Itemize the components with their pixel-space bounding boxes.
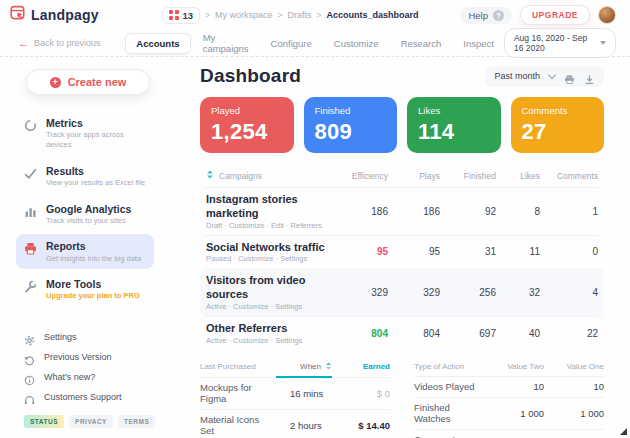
campaign-meta: Active · Customize · Settings	[206, 302, 328, 311]
download-icon[interactable]	[584, 71, 595, 82]
sort-icon[interactable]	[206, 170, 214, 181]
campaign-efficiency: 329	[328, 287, 388, 298]
tab-research[interactable]: Research	[391, 34, 452, 53]
logo[interactable]: Landpagy	[10, 5, 162, 25]
sidebar-item-title: Metrics	[46, 117, 146, 130]
purchase-when: 2 hours	[276, 420, 332, 431]
stat-card-comments[interactable]: Comments 27	[511, 97, 605, 153]
sidebar-item-subtitle: View your results as Excel file	[46, 178, 145, 188]
back-arrow-icon: ←	[18, 37, 29, 49]
breadcrumb-count-badge[interactable]: 13	[162, 7, 200, 24]
period-selector[interactable]: Past month	[494, 71, 540, 81]
sidebar-item-more-tools[interactable]: More Tools Upgrade your plan to PRO	[16, 272, 154, 307]
action-row[interactable]: Finished Watches 1 000 1 000	[414, 397, 604, 429]
nav-row: ← Back to previous Accounts My campaigns…	[0, 30, 630, 57]
sidebar-link-customers-support[interactable]: Customers Support	[16, 387, 154, 407]
create-new-button[interactable]: + Create new	[26, 69, 150, 95]
sidebar-item-title: More Tools	[46, 278, 140, 291]
user-avatar[interactable]	[598, 6, 616, 24]
column-header-value-one[interactable]: Value One	[544, 362, 604, 371]
campaign-comments: 0	[540, 246, 598, 257]
tab-accounts[interactable]: Accounts	[125, 33, 190, 54]
purchase-row[interactable]: Mockups for Figma 16 mins $ 0	[200, 377, 390, 409]
back-label: Back to previous	[34, 38, 101, 48]
sidebar-link-previous-version[interactable]: Previous Version	[16, 347, 154, 367]
column-header-when-sorted[interactable]: When	[276, 362, 332, 378]
status-badge[interactable]: STATUS	[24, 415, 64, 428]
sidebar-link-settings[interactable]: Settings	[16, 327, 154, 347]
stat-card-finished[interactable]: Finished 809	[304, 97, 398, 153]
campaign-name: Social Networks traffic	[206, 241, 328, 255]
column-header-plays[interactable]: Plays	[388, 171, 440, 181]
column-header-last-purchased[interactable]: Last Purchased	[200, 362, 276, 371]
resize-handle[interactable]	[620, 428, 627, 435]
privacy-badge[interactable]: PRIVACY	[69, 415, 113, 428]
stat-card-value: 27	[522, 119, 594, 145]
date-range-picker[interactable]: Aug 16, 2020 - Sep 16 2020	[504, 28, 616, 58]
bar-chart-icon	[24, 204, 37, 217]
sidebar-item-results[interactable]: Results View your results as Excel file	[16, 159, 154, 194]
action-type: Videos Played	[414, 381, 488, 392]
column-header-efficiency[interactable]: Efficiency	[328, 171, 388, 181]
column-header-type-of-action[interactable]: Type of Action	[414, 362, 488, 371]
gear-icon	[24, 332, 35, 343]
chevron-down-icon[interactable]	[548, 70, 556, 78]
sidebar-item-subtitle: Get insights into the big data	[46, 254, 141, 264]
breadcrumb-item-drafts[interactable]: Drafts	[288, 10, 312, 20]
column-header-earned[interactable]: Earned	[332, 362, 390, 371]
sidebar-item-subtitle-pro: Upgrade your plan to PRO	[46, 291, 140, 301]
purchase-row[interactable]: Material Icons Set 2 hours $ 14.40	[200, 409, 390, 438]
grid-icon	[169, 10, 179, 20]
stat-card-value: 809	[315, 119, 387, 145]
column-header-likes[interactable]: Likes	[496, 171, 540, 181]
sidebar-item-reports[interactable]: Reports Get insights into the big data	[16, 234, 154, 269]
tab-customize[interactable]: Customize	[324, 34, 389, 53]
action-row[interactable]: Comments Posted 100 100	[414, 429, 604, 438]
help-button[interactable]: Help ?	[460, 7, 512, 24]
sidebar-item-subtitle: Track your apps across devices	[46, 130, 146, 150]
logo-icon	[10, 5, 26, 25]
purchases-table: Last Purchased When Earned Mockups for F…	[200, 360, 390, 438]
column-header-comments[interactable]: Comments	[540, 171, 598, 181]
stat-card-played[interactable]: Played 1,254	[200, 97, 294, 153]
campaign-comments: 1	[540, 206, 598, 217]
campaign-meta: Paused · Customize · Settings	[206, 254, 328, 263]
campaign-row-highlighted[interactable]: Visitors from video sources Active · Cus…	[200, 268, 604, 316]
tab-inspect[interactable]: Inspect	[453, 34, 504, 53]
sidebar-item-google-analytics[interactable]: Google Analytics Track visits to your si…	[16, 197, 154, 232]
breadcrumb: 13 > My workspace > Drafts > Accounts_da…	[162, 7, 460, 24]
terms-badge[interactable]: TERMS	[118, 415, 155, 428]
campaign-efficiency: 186	[328, 206, 388, 217]
campaign-comments: 4	[540, 287, 598, 298]
column-header-finished[interactable]: Finished	[440, 171, 496, 181]
action-type: Comments Posted	[414, 434, 488, 438]
sidebar-link-label: Previous Version	[44, 352, 112, 362]
campaign-meta: Active · Customize · Settings	[206, 336, 328, 345]
info-icon	[24, 372, 35, 383]
column-header-value-two[interactable]: Value Two	[488, 362, 544, 371]
campaign-row[interactable]: Instagram stories marketing Draft · Cust…	[200, 187, 604, 235]
column-header-campaigns[interactable]: Campaigns	[219, 171, 262, 181]
campaign-likes: 32	[496, 287, 540, 298]
sidebar-link-whats-new[interactable]: What's new?	[16, 367, 154, 387]
plus-icon: +	[50, 77, 61, 88]
results-icon	[24, 166, 37, 179]
back-button[interactable]: ← Back to previous	[18, 37, 125, 49]
upgrade-button[interactable]: UPGRADE	[520, 5, 590, 25]
sidebar-item-metrics[interactable]: Metrics Track your apps across devices	[16, 111, 154, 156]
breadcrumb-separator: >	[205, 10, 210, 20]
stat-card-likes[interactable]: Likes 114	[407, 97, 501, 153]
campaign-row[interactable]: Other Referrers Active · Customize · Set…	[200, 316, 604, 350]
print-icon[interactable]	[564, 71, 575, 82]
purchase-when: 16 mins	[276, 388, 332, 399]
tab-my-campaigns[interactable]: My campaigns	[193, 28, 259, 58]
tab-configure[interactable]: Configure	[261, 34, 322, 53]
campaign-name: Other Referrers	[206, 322, 328, 336]
action-row[interactable]: Videos Played 10 10	[414, 376, 604, 397]
campaign-comments: 22	[540, 328, 598, 339]
action-value-one: 1 000	[544, 408, 604, 419]
breadcrumb-item-workspace[interactable]: My workspace	[215, 10, 273, 20]
stat-card-label: Finished	[315, 105, 387, 116]
tab-bar: Accounts My campaigns Configure Customiz…	[125, 28, 504, 58]
campaign-row[interactable]: Social Networks traffic Paused · Customi…	[200, 235, 604, 269]
